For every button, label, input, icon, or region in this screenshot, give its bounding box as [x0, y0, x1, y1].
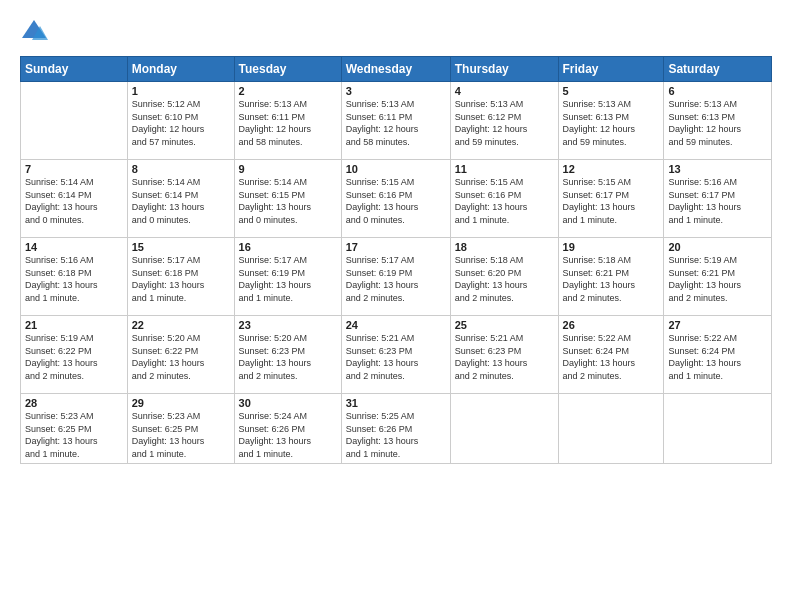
- calendar-cell: 24Sunrise: 5:21 AM Sunset: 6:23 PM Dayli…: [341, 316, 450, 394]
- page: SundayMondayTuesdayWednesdayThursdayFrid…: [0, 0, 792, 612]
- calendar-header-thursday: Thursday: [450, 57, 558, 82]
- calendar-cell: 14Sunrise: 5:16 AM Sunset: 6:18 PM Dayli…: [21, 238, 128, 316]
- day-info: Sunrise: 5:22 AM Sunset: 6:24 PM Dayligh…: [668, 332, 767, 382]
- day-info: Sunrise: 5:17 AM Sunset: 6:18 PM Dayligh…: [132, 254, 230, 304]
- day-info: Sunrise: 5:18 AM Sunset: 6:21 PM Dayligh…: [563, 254, 660, 304]
- day-number: 6: [668, 85, 767, 97]
- calendar-cell: 16Sunrise: 5:17 AM Sunset: 6:19 PM Dayli…: [234, 238, 341, 316]
- calendar-cell: 13Sunrise: 5:16 AM Sunset: 6:17 PM Dayli…: [664, 160, 772, 238]
- day-info: Sunrise: 5:13 AM Sunset: 6:11 PM Dayligh…: [239, 98, 337, 148]
- calendar-cell: 5Sunrise: 5:13 AM Sunset: 6:13 PM Daylig…: [558, 82, 664, 160]
- day-number: 30: [239, 397, 337, 409]
- day-number: 13: [668, 163, 767, 175]
- day-info: Sunrise: 5:17 AM Sunset: 6:19 PM Dayligh…: [239, 254, 337, 304]
- day-info: Sunrise: 5:14 AM Sunset: 6:14 PM Dayligh…: [132, 176, 230, 226]
- calendar-cell: 6Sunrise: 5:13 AM Sunset: 6:13 PM Daylig…: [664, 82, 772, 160]
- day-info: Sunrise: 5:15 AM Sunset: 6:16 PM Dayligh…: [455, 176, 554, 226]
- calendar: SundayMondayTuesdayWednesdayThursdayFrid…: [20, 56, 772, 464]
- day-number: 21: [25, 319, 123, 331]
- day-info: Sunrise: 5:20 AM Sunset: 6:22 PM Dayligh…: [132, 332, 230, 382]
- calendar-cell: 15Sunrise: 5:17 AM Sunset: 6:18 PM Dayli…: [127, 238, 234, 316]
- day-number: 15: [132, 241, 230, 253]
- calendar-header-friday: Friday: [558, 57, 664, 82]
- day-number: 10: [346, 163, 446, 175]
- day-number: 17: [346, 241, 446, 253]
- calendar-header-row: SundayMondayTuesdayWednesdayThursdayFrid…: [21, 57, 772, 82]
- day-info: Sunrise: 5:14 AM Sunset: 6:15 PM Dayligh…: [239, 176, 337, 226]
- day-number: 16: [239, 241, 337, 253]
- calendar-cell: 8Sunrise: 5:14 AM Sunset: 6:14 PM Daylig…: [127, 160, 234, 238]
- calendar-week-5: 28Sunrise: 5:23 AM Sunset: 6:25 PM Dayli…: [21, 394, 772, 464]
- day-number: 5: [563, 85, 660, 97]
- day-info: Sunrise: 5:24 AM Sunset: 6:26 PM Dayligh…: [239, 410, 337, 460]
- calendar-header-wednesday: Wednesday: [341, 57, 450, 82]
- day-number: 23: [239, 319, 337, 331]
- calendar-week-2: 7Sunrise: 5:14 AM Sunset: 6:14 PM Daylig…: [21, 160, 772, 238]
- day-number: 8: [132, 163, 230, 175]
- day-info: Sunrise: 5:21 AM Sunset: 6:23 PM Dayligh…: [346, 332, 446, 382]
- calendar-cell: 2Sunrise: 5:13 AM Sunset: 6:11 PM Daylig…: [234, 82, 341, 160]
- day-number: 19: [563, 241, 660, 253]
- calendar-cell: 11Sunrise: 5:15 AM Sunset: 6:16 PM Dayli…: [450, 160, 558, 238]
- day-info: Sunrise: 5:13 AM Sunset: 6:12 PM Dayligh…: [455, 98, 554, 148]
- calendar-cell: [21, 82, 128, 160]
- calendar-cell: 17Sunrise: 5:17 AM Sunset: 6:19 PM Dayli…: [341, 238, 450, 316]
- calendar-cell: 25Sunrise: 5:21 AM Sunset: 6:23 PM Dayli…: [450, 316, 558, 394]
- calendar-cell: [558, 394, 664, 464]
- calendar-cell: 9Sunrise: 5:14 AM Sunset: 6:15 PM Daylig…: [234, 160, 341, 238]
- calendar-cell: 1Sunrise: 5:12 AM Sunset: 6:10 PM Daylig…: [127, 82, 234, 160]
- day-number: 3: [346, 85, 446, 97]
- day-info: Sunrise: 5:15 AM Sunset: 6:16 PM Dayligh…: [346, 176, 446, 226]
- day-info: Sunrise: 5:22 AM Sunset: 6:24 PM Dayligh…: [563, 332, 660, 382]
- calendar-header-saturday: Saturday: [664, 57, 772, 82]
- calendar-week-4: 21Sunrise: 5:19 AM Sunset: 6:22 PM Dayli…: [21, 316, 772, 394]
- calendar-cell: 26Sunrise: 5:22 AM Sunset: 6:24 PM Dayli…: [558, 316, 664, 394]
- calendar-week-1: 1Sunrise: 5:12 AM Sunset: 6:10 PM Daylig…: [21, 82, 772, 160]
- day-info: Sunrise: 5:21 AM Sunset: 6:23 PM Dayligh…: [455, 332, 554, 382]
- day-number: 2: [239, 85, 337, 97]
- logo: [20, 18, 52, 46]
- day-info: Sunrise: 5:13 AM Sunset: 6:11 PM Dayligh…: [346, 98, 446, 148]
- day-info: Sunrise: 5:17 AM Sunset: 6:19 PM Dayligh…: [346, 254, 446, 304]
- day-info: Sunrise: 5:15 AM Sunset: 6:17 PM Dayligh…: [563, 176, 660, 226]
- day-number: 9: [239, 163, 337, 175]
- calendar-cell: 20Sunrise: 5:19 AM Sunset: 6:21 PM Dayli…: [664, 238, 772, 316]
- day-number: 31: [346, 397, 446, 409]
- day-info: Sunrise: 5:19 AM Sunset: 6:21 PM Dayligh…: [668, 254, 767, 304]
- calendar-cell: 27Sunrise: 5:22 AM Sunset: 6:24 PM Dayli…: [664, 316, 772, 394]
- calendar-cell: 28Sunrise: 5:23 AM Sunset: 6:25 PM Dayli…: [21, 394, 128, 464]
- day-number: 12: [563, 163, 660, 175]
- calendar-cell: 21Sunrise: 5:19 AM Sunset: 6:22 PM Dayli…: [21, 316, 128, 394]
- calendar-cell: 30Sunrise: 5:24 AM Sunset: 6:26 PM Dayli…: [234, 394, 341, 464]
- day-info: Sunrise: 5:23 AM Sunset: 6:25 PM Dayligh…: [25, 410, 123, 460]
- day-number: 29: [132, 397, 230, 409]
- day-number: 26: [563, 319, 660, 331]
- day-number: 25: [455, 319, 554, 331]
- day-number: 20: [668, 241, 767, 253]
- day-info: Sunrise: 5:13 AM Sunset: 6:13 PM Dayligh…: [563, 98, 660, 148]
- day-number: 22: [132, 319, 230, 331]
- day-number: 18: [455, 241, 554, 253]
- calendar-cell: 31Sunrise: 5:25 AM Sunset: 6:26 PM Dayli…: [341, 394, 450, 464]
- day-number: 1: [132, 85, 230, 97]
- calendar-cell: 12Sunrise: 5:15 AM Sunset: 6:17 PM Dayli…: [558, 160, 664, 238]
- day-info: Sunrise: 5:16 AM Sunset: 6:18 PM Dayligh…: [25, 254, 123, 304]
- calendar-week-3: 14Sunrise: 5:16 AM Sunset: 6:18 PM Dayli…: [21, 238, 772, 316]
- calendar-cell: 29Sunrise: 5:23 AM Sunset: 6:25 PM Dayli…: [127, 394, 234, 464]
- day-info: Sunrise: 5:13 AM Sunset: 6:13 PM Dayligh…: [668, 98, 767, 148]
- day-info: Sunrise: 5:19 AM Sunset: 6:22 PM Dayligh…: [25, 332, 123, 382]
- logo-icon: [20, 18, 48, 46]
- day-number: 7: [25, 163, 123, 175]
- calendar-cell: 7Sunrise: 5:14 AM Sunset: 6:14 PM Daylig…: [21, 160, 128, 238]
- calendar-cell: [664, 394, 772, 464]
- calendar-cell: 23Sunrise: 5:20 AM Sunset: 6:23 PM Dayli…: [234, 316, 341, 394]
- calendar-cell: 18Sunrise: 5:18 AM Sunset: 6:20 PM Dayli…: [450, 238, 558, 316]
- day-info: Sunrise: 5:20 AM Sunset: 6:23 PM Dayligh…: [239, 332, 337, 382]
- day-number: 27: [668, 319, 767, 331]
- calendar-cell: [450, 394, 558, 464]
- day-number: 14: [25, 241, 123, 253]
- calendar-cell: 19Sunrise: 5:18 AM Sunset: 6:21 PM Dayli…: [558, 238, 664, 316]
- day-number: 24: [346, 319, 446, 331]
- calendar-header-sunday: Sunday: [21, 57, 128, 82]
- calendar-cell: 10Sunrise: 5:15 AM Sunset: 6:16 PM Dayli…: [341, 160, 450, 238]
